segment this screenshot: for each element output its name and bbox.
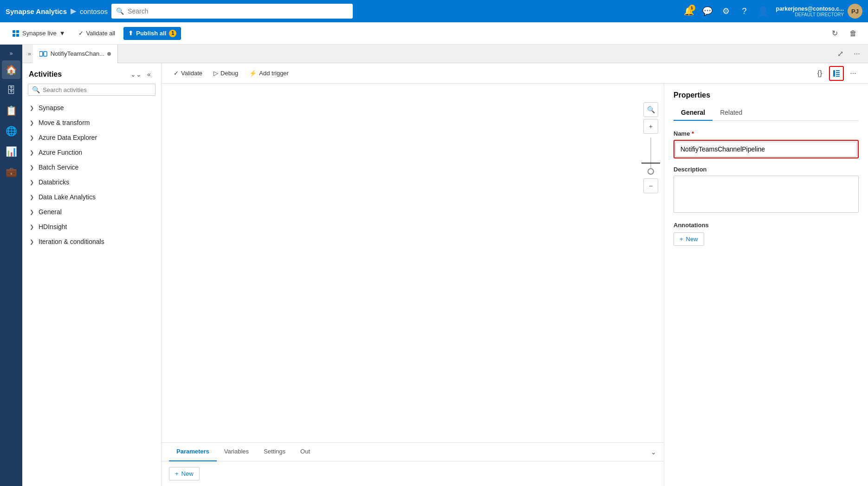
activity-list-item[interactable]: ❯HDInsight [22, 219, 161, 234]
svg-rect-8 [836, 70, 840, 71]
search-activities-icon: 🔍 [32, 86, 40, 93]
help-button[interactable]: ? [736, 3, 753, 20]
global-search-input[interactable] [128, 7, 348, 15]
activity-list-item[interactable]: ❯Synapse [22, 100, 161, 115]
bottom-tab-output[interactable]: Out [293, 443, 317, 461]
tab-unsaved-indicator [107, 52, 111, 56]
feedback-button[interactable]: 💬 [699, 3, 716, 20]
bottom-tabs-collapse-btn[interactable]: ⌄ [651, 448, 656, 456]
nav-separator: ▶ [71, 7, 76, 15]
search-icon: 🔍 [116, 7, 124, 15]
prop-tab-general[interactable]: General [674, 105, 713, 121]
bottom-tab-parameters[interactable]: Parameters [169, 443, 217, 461]
pipeline-icon [39, 51, 48, 57]
properties-header: Properties [664, 84, 868, 105]
editor-body: Activities ⌄⌄ « 🔍 ❯Synapse❯Move & transf… [22, 63, 868, 486]
activity-list-item[interactable]: ❯Azure Function [22, 145, 161, 160]
canvas-search-btn[interactable]: 🔍 [643, 102, 658, 117]
properties-panel: Properties General Related [664, 84, 868, 486]
code-view-btn[interactable]: {} [812, 66, 827, 81]
sidebar-expand-btn[interactable]: » [8, 48, 15, 59]
debug-button[interactable]: ▷ Debug [209, 67, 243, 79]
user-avatar[interactable]: PJ [848, 4, 862, 19]
canvas-properties-area: ✓ Validate ▷ Debug ⚡ Add trigger {} [162, 63, 868, 486]
new-param-plus-icon: + [175, 470, 179, 477]
validate-icon: ✓ [174, 70, 179, 77]
annotations-label: Annotations [674, 222, 859, 229]
editor-more-btn[interactable]: ··· [846, 66, 861, 81]
svg-rect-10 [836, 74, 840, 75]
activity-list-item[interactable]: ❯Iteration & conditionals [22, 234, 161, 249]
canvas-zoom-slider[interactable] [650, 138, 651, 175]
synapse-live-icon [12, 30, 19, 37]
canvas-zoom-out-btn[interactable]: − [643, 178, 658, 193]
bottom-tab-variables[interactable]: Variables [217, 443, 256, 461]
sidebar-globe-btn[interactable]: 🌐 [2, 122, 20, 140]
main-layout: » 🏠 🗄 📋 🌐 📊 💼 » NotifiyTeamsChan... ⤢ [0, 45, 868, 486]
properties-panel-btn[interactable] [829, 66, 844, 81]
canvas-zoom-thumb[interactable] [648, 168, 654, 175]
canvas-row: 🔍 + − [162, 84, 868, 486]
notification-button[interactable]: 🔔 1 [680, 3, 697, 20]
prop-tab-related[interactable]: Related [713, 105, 750, 121]
activities-collapse-btn[interactable]: « [143, 69, 155, 80]
bottom-tabs-header: Parameters Variables Settings Out [162, 443, 664, 461]
brand: Synapse Analytics ▶ contosos [6, 7, 108, 15]
bottom-tab-settings[interactable]: Settings [256, 443, 293, 461]
pipeline-tab[interactable]: NotifiyTeamsChan... [33, 45, 118, 63]
activity-chevron: ❯ [30, 164, 34, 171]
sidebar-home-btn[interactable]: 🏠 [2, 60, 20, 79]
activity-list-item[interactable]: ❯General [22, 204, 161, 219]
add-trigger-button[interactable]: ⚡ Add trigger [245, 67, 293, 79]
account-button[interactable]: 👤 [755, 3, 771, 20]
refresh-button[interactable]: ↻ [827, 26, 842, 41]
notification-badge: 1 [689, 5, 695, 11]
canvas[interactable]: 🔍 + − [162, 84, 664, 442]
tab-bar-expand[interactable]: » [26, 49, 33, 59]
properties-body: Name * Description Annotations + [664, 121, 868, 255]
main-toolbar: Synapse live ▼ ✓ Validate all ⬆ Publish … [0, 22, 868, 45]
editor-toolbar: ✓ Validate ▷ Debug ⚡ Add trigger {} [162, 63, 868, 84]
add-trigger-icon: ⚡ [249, 70, 257, 77]
icon-sidebar: » 🏠 🗄 📋 🌐 📊 💼 [0, 45, 22, 486]
delete-button[interactable]: 🗑 [846, 26, 861, 41]
debug-label: Debug [220, 70, 238, 77]
search-activities-input[interactable] [43, 86, 151, 93]
canvas-zoom-in-btn[interactable]: + [643, 119, 658, 134]
add-trigger-label: Add trigger [259, 70, 289, 77]
sidebar-database-btn[interactable]: 🗄 [2, 81, 20, 99]
tab-more-btn[interactable]: ··· [849, 46, 864, 61]
sidebar-document-btn[interactable]: 📋 [2, 101, 20, 120]
sidebar-briefcase-btn[interactable]: 💼 [2, 163, 20, 181]
search-activities-box[interactable]: 🔍 [28, 84, 155, 96]
new-annotation-button[interactable]: + New [674, 232, 704, 246]
settings-button[interactable]: ⚙ [718, 3, 734, 20]
activity-list-item[interactable]: ❯Batch Service [22, 160, 161, 175]
activity-chevron: ❯ [30, 105, 34, 111]
activity-list-item[interactable]: ❯Azure Data Explorer [22, 130, 161, 145]
activity-list-item[interactable]: ❯Data Lake Analytics [22, 190, 161, 204]
activities-collapse-all-btn[interactable]: ⌄⌄ [130, 69, 142, 80]
publish-all-button[interactable]: ⬆ Publish all 1 [123, 27, 181, 40]
activity-chevron: ❯ [30, 239, 34, 245]
canvas-area: 🔍 + − [162, 84, 664, 486]
name-input[interactable] [675, 142, 857, 157]
activity-list-item[interactable]: ❯Databricks [22, 175, 161, 190]
name-field-label: Name * [674, 130, 859, 137]
user-info[interactable]: parkerjones@contoso.c... DEFAULT DIRECTO… [776, 4, 862, 19]
validate-all-button[interactable]: ✓ Validate all [74, 27, 120, 39]
content-area: » NotifiyTeamsChan... ⤢ ··· Activities [22, 45, 868, 486]
activity-list-item[interactable]: ❯Move & transform [22, 115, 161, 130]
svg-rect-3 [16, 34, 19, 37]
synapse-live-button[interactable]: Synapse live ▼ [7, 27, 70, 40]
new-parameter-button[interactable]: + New [169, 467, 200, 480]
validate-label: Validate [181, 70, 202, 77]
description-textarea[interactable] [674, 176, 859, 213]
user-directory: DEFAULT DIRECTORY [776, 12, 844, 17]
expand-editor-btn[interactable]: ⤢ [833, 46, 848, 61]
sidebar-monitor-btn[interactable]: 📊 [2, 142, 20, 161]
validate-button[interactable]: ✓ Validate [169, 67, 207, 79]
activity-chevron: ❯ [30, 209, 34, 215]
tab-bar: » NotifiyTeamsChan... ⤢ ··· [22, 45, 868, 63]
global-search-bar[interactable]: 🔍 [111, 4, 353, 19]
